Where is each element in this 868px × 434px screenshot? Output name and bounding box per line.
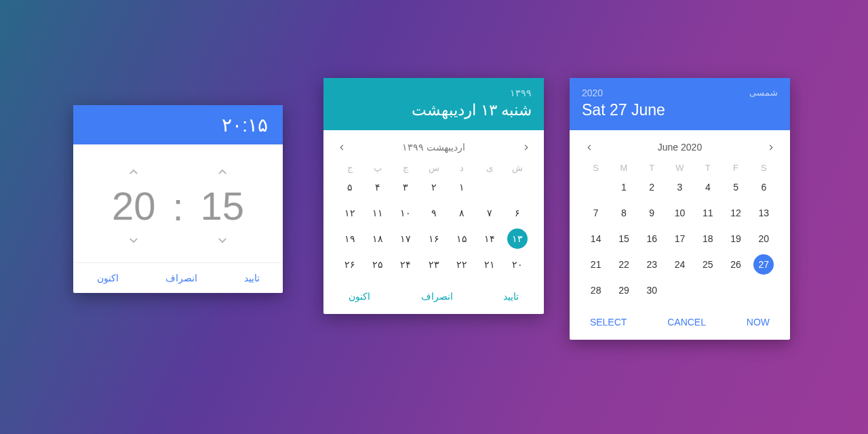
minute-value[interactable]: 15 <box>201 180 245 233</box>
hour-column: 20 <box>100 165 167 248</box>
en-next-month-icon[interactable] <box>764 141 776 153</box>
en-day[interactable]: 24 <box>666 254 694 275</box>
now-button[interactable]: اکنون <box>97 273 119 283</box>
en-day[interactable]: 30 <box>638 280 666 300</box>
en-day[interactable]: 5 <box>722 177 749 197</box>
fa-day[interactable]: ۲۰ <box>504 254 532 275</box>
fa-year[interactable]: ۱۳۹۹ <box>336 87 532 98</box>
fa-day[interactable]: ۲۱ <box>475 254 503 275</box>
en-day[interactable]: 16 <box>638 229 666 249</box>
en-day[interactable]: 12 <box>722 203 749 223</box>
fa-day[interactable]: ۸ <box>448 203 475 223</box>
minute-up-icon[interactable] <box>215 165 230 180</box>
en-day[interactable]: 11 <box>694 203 722 223</box>
en-date[interactable]: Sat 27 June <box>582 101 778 119</box>
fa-day[interactable]: ۱۶ <box>420 229 448 249</box>
fa-day[interactable]: ۱۳ <box>507 229 528 249</box>
en-footer: SELECT CANCEL NOW <box>570 306 790 340</box>
en-day[interactable]: 9 <box>638 203 666 223</box>
en-day[interactable]: 27 <box>753 254 774 275</box>
fa-prev-month-icon[interactable] <box>336 141 348 153</box>
fa-month-label[interactable]: اردیبهشت ۱۳۹۹ <box>402 142 465 153</box>
fa-days-grid: ۱۲۳۴۵۶۷۸۹۱۰۱۱۱۲۱۳۱۴۱۵۱۶۱۷۱۸۱۹۲۰۲۱۲۲۲۳۲۴۲… <box>323 174 544 280</box>
fa-day[interactable]: ۴ <box>363 177 391 197</box>
fa-day[interactable]: ۹ <box>420 203 448 223</box>
en-day[interactable]: 14 <box>582 229 610 249</box>
fa-next-month-icon[interactable] <box>519 141 532 153</box>
en-day[interactable]: 23 <box>638 254 666 275</box>
fa-day[interactable]: ۳ <box>392 177 420 197</box>
fa-day[interactable]: ۲ <box>420 177 448 197</box>
select-button[interactable]: تایید <box>244 273 260 283</box>
fa-day[interactable]: ۱ <box>448 177 475 197</box>
fa-day[interactable]: ۱۲ <box>336 203 363 223</box>
fa-day[interactable]: ۱۹ <box>336 229 363 249</box>
fa-day[interactable]: ۱۴ <box>475 229 503 249</box>
minute-down-icon[interactable] <box>215 233 230 248</box>
en-day[interactable]: 17 <box>666 229 694 249</box>
fa-cancel-button[interactable]: انصراف <box>421 291 453 302</box>
en-month-label[interactable]: June 2020 <box>658 142 702 153</box>
fa-day[interactable]: ۷ <box>475 203 503 223</box>
en-day[interactable]: 22 <box>610 254 637 275</box>
en-weekdays: SMTWTFS <box>570 157 790 174</box>
fa-day[interactable]: ۲۳ <box>420 254 448 275</box>
en-day[interactable]: 25 <box>694 254 722 275</box>
blank-day <box>582 177 610 197</box>
blank-day <box>504 177 532 197</box>
en-day[interactable]: 1 <box>610 177 637 197</box>
en-day[interactable]: 21 <box>582 254 610 275</box>
en-day[interactable]: 26 <box>722 254 749 275</box>
en-day[interactable]: 4 <box>694 177 722 197</box>
en-day[interactable]: 6 <box>750 177 778 197</box>
fa-date[interactable]: شنبه ۱۳ اردیبهشت <box>336 101 532 119</box>
fa-now-button[interactable]: اکنون <box>349 291 370 302</box>
en-year[interactable]: 2020 <box>582 87 778 98</box>
fa-day[interactable]: ۱۱ <box>363 203 391 223</box>
fa-footer: تایید انصراف اکنون <box>323 280 544 314</box>
en-select-button[interactable]: SELECT <box>590 317 627 328</box>
calendar-toggle[interactable]: شمسی <box>749 87 778 98</box>
fa-weekdays: شیدسچپج <box>323 157 544 174</box>
fa-day[interactable]: ۲۲ <box>448 254 475 275</box>
en-day[interactable]: 29 <box>610 280 637 300</box>
en-day[interactable]: 20 <box>750 229 778 249</box>
fa-day[interactable]: ۱۵ <box>448 229 475 249</box>
en-day[interactable]: 7 <box>582 203 610 223</box>
en-day[interactable]: 3 <box>666 177 694 197</box>
time-body: 20 : 15 <box>73 144 283 262</box>
en-day[interactable]: 19 <box>722 229 749 249</box>
en-day[interactable]: 10 <box>666 203 694 223</box>
fa-day[interactable]: ۱۷ <box>392 229 420 249</box>
hour-down-icon[interactable] <box>126 233 141 248</box>
fa-day[interactable]: ۶ <box>504 203 532 223</box>
fa-day[interactable]: ۲۵ <box>363 254 391 275</box>
en-cancel-button[interactable]: CANCEL <box>667 317 706 328</box>
fa-weekday: د <box>448 163 475 173</box>
hour-up-icon[interactable] <box>126 165 141 180</box>
cancel-button[interactable]: انصراف <box>165 273 197 283</box>
en-prev-month-icon[interactable] <box>583 141 595 153</box>
hour-value[interactable]: 20 <box>112 180 156 233</box>
en-days-grid: 1234567891011121314151617181920212223242… <box>570 174 790 306</box>
fa-weekday: چ <box>392 163 420 173</box>
en-now-button[interactable]: NOW <box>747 317 770 328</box>
blank-day <box>475 177 503 197</box>
fa-day[interactable]: ۱۰ <box>392 203 420 223</box>
en-day[interactable]: 2 <box>638 177 666 197</box>
fa-day[interactable]: ۲۶ <box>336 254 363 275</box>
gregorian-calendar: 2020 Sat 27 June شمسی June 2020 SMTWTFS … <box>570 78 790 340</box>
fa-weekday: ج <box>336 163 363 173</box>
en-day[interactable]: 8 <box>610 203 637 223</box>
en-day[interactable]: 15 <box>610 229 637 249</box>
en-weekday: T <box>638 163 666 173</box>
en-day[interactable]: 28 <box>582 280 610 300</box>
fa-weekday: ش <box>504 163 532 173</box>
fa-day[interactable]: ۲۴ <box>392 254 420 275</box>
fa-day[interactable]: ۱۸ <box>363 229 391 249</box>
fa-day[interactable]: ۵ <box>336 177 363 197</box>
en-day[interactable]: 18 <box>694 229 722 249</box>
fa-select-button[interactable]: تایید <box>503 291 519 302</box>
en-day[interactable]: 13 <box>750 203 778 223</box>
en-weekday: W <box>666 163 694 173</box>
